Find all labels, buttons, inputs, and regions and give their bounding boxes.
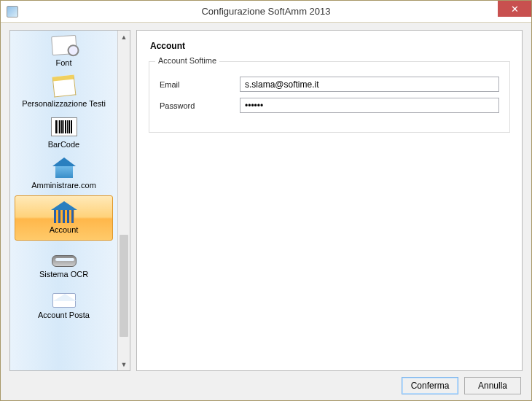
password-label: Password [160, 101, 240, 110]
app-icon [7, 6, 18, 17]
sidebar-item-label: Account [18, 225, 109, 234]
close-icon: ✕ [511, 4, 519, 15]
sidebar-item-amministrare[interactable]: Amministrare.com [10, 153, 117, 194]
scroll-thumb[interactable] [120, 235, 128, 337]
main-panel: Account Account Softime Email Password [136, 30, 523, 371]
account-icon [50, 200, 79, 224]
scroll-up-icon[interactable]: ▲ [118, 31, 130, 43]
dialog-footer: Conferma Annulla [9, 371, 523, 394]
sidebar: Font Personalizzazione Testi BarCode [10, 31, 117, 370]
titlebar: Configurazione SoftAmm 2013 ✕ [1, 1, 531, 23]
mail-icon [50, 286, 79, 309]
house-icon [50, 156, 79, 179]
password-row: Password [160, 98, 499, 113]
sidebar-item-label: Personalizzazione Testi [13, 99, 114, 108]
sidebar-item-label: BarCode [13, 140, 114, 149]
sidebar-item-account[interactable]: Account [15, 195, 113, 241]
cancel-button[interactable]: Annulla [464, 377, 521, 394]
close-button[interactable]: ✕ [498, 1, 531, 17]
barcode-icon [50, 115, 79, 139]
notes-icon [50, 74, 79, 98]
sidebar-item-font[interactable]: Font [10, 31, 117, 71]
sidebar-item-sistema-ocr[interactable]: Sistema OCR [10, 242, 117, 283]
sidebar-item-label: Amministrare.com [13, 181, 114, 190]
fieldset-legend: Account Softime [155, 56, 219, 65]
sidebar-item-barcode[interactable]: BarCode [10, 112, 117, 153]
sidebar-scrollbar[interactable]: ▲ ▼ [117, 31, 130, 370]
sidebar-container: Font Personalizzazione Testi BarCode [9, 30, 130, 371]
sidebar-item-label: Font [13, 58, 114, 67]
config-window: Configurazione SoftAmm 2013 ✕ Font Perso… [0, 0, 532, 401]
confirm-button[interactable]: Conferma [402, 377, 458, 394]
sidebar-item-personalizzazione-testi[interactable]: Personalizzazione Testi [10, 71, 117, 112]
sidebar-item-account-posta[interactable]: Account Posta [10, 283, 117, 324]
panel-heading: Account [150, 41, 510, 51]
scroll-down-icon[interactable]: ▼ [118, 358, 130, 370]
email-field[interactable] [240, 77, 499, 92]
window-title: Configurazione SoftAmm 2013 [1, 6, 531, 17]
email-label: Email [160, 80, 240, 89]
sidebar-item-label: Sistema OCR [13, 270, 114, 279]
email-row: Email [160, 77, 499, 92]
main-row: Font Personalizzazione Testi BarCode [9, 30, 523, 371]
account-softime-fieldset: Account Softime Email Password [149, 61, 510, 133]
font-icon [50, 34, 79, 57]
scanner-icon [50, 245, 79, 268]
content-area: Font Personalizzazione Testi BarCode [1, 23, 531, 400]
password-field[interactable] [240, 98, 499, 113]
sidebar-item-label: Account Posta [13, 311, 114, 319]
